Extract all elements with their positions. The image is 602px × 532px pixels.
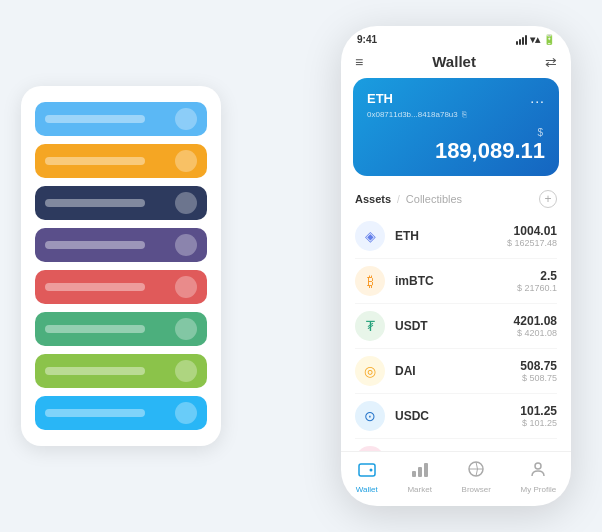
token-values-usdt: 4201.08$ 4201.08 xyxy=(514,314,557,338)
token-name-imbtc: imBTC xyxy=(395,274,507,288)
token-values-usdc: 101.25$ 101.25 xyxy=(520,404,557,428)
stack-card-label-4 xyxy=(45,283,145,291)
status-icons: ▾▴ 🔋 xyxy=(516,34,555,45)
header-title: Wallet xyxy=(432,53,476,70)
token-name-usdc: USDC xyxy=(395,409,510,423)
scene: 9:41 ▾▴ 🔋 ≡ Wallet ⇄ ETH ... xyxy=(21,16,581,516)
stack-card-6[interactable] xyxy=(35,354,207,388)
token-values-eth: 1004.01$ 162517.48 xyxy=(507,224,557,248)
nav-label-browser: Browser xyxy=(462,485,491,494)
token-item-tft[interactable]: 🐦TFT130 xyxy=(341,439,571,451)
copy-icon[interactable]: ⎘ xyxy=(462,110,467,119)
add-asset-button[interactable]: + xyxy=(539,190,557,208)
assets-header: Assets / Collectibles + xyxy=(341,186,571,214)
stack-card-icon-3 xyxy=(175,234,197,256)
usdt-icon: ₮ xyxy=(355,311,385,341)
stack-card-label-0 xyxy=(45,115,145,123)
signal-icon xyxy=(516,35,527,45)
token-values-dai: 508.75$ 508.75 xyxy=(520,359,557,383)
nav-item-wallet[interactable]: Wallet xyxy=(356,460,378,494)
token-amount: 2.5 xyxy=(517,269,557,283)
token-usd: $ 101.25 xyxy=(520,418,557,428)
stack-card-0[interactable] xyxy=(35,102,207,136)
usdc-icon: ⊙ xyxy=(355,401,385,431)
stack-card-icon-7 xyxy=(175,402,197,424)
stack-card-icon-2 xyxy=(175,192,197,214)
svg-point-6 xyxy=(535,463,541,469)
tab-divider: / xyxy=(397,194,400,205)
token-list: ◈ETH1004.01$ 162517.48₿imBTC2.5$ 21760.1… xyxy=(341,214,571,451)
eth-card[interactable]: ETH ... 0x08711d3b...8418a78u3 ⎘ $ 189,0… xyxy=(353,78,559,176)
stack-card-label-5 xyxy=(45,325,145,333)
svg-rect-4 xyxy=(424,463,428,477)
nav-item-browser[interactable]: Browser xyxy=(462,460,491,494)
token-name-eth: ETH xyxy=(395,229,497,243)
token-name-usdt: USDT xyxy=(395,319,504,333)
scan-icon[interactable]: ⇄ xyxy=(545,54,557,70)
stack-card-icon-4 xyxy=(175,276,197,298)
token-item-usdt[interactable]: ₮USDT4201.08$ 4201.08 xyxy=(341,304,571,348)
collectibles-tab[interactable]: Collectibles xyxy=(406,193,462,205)
nav-item-my-profile[interactable]: My Profile xyxy=(521,460,557,494)
stack-card-7[interactable] xyxy=(35,396,207,430)
token-usd: $ 4201.08 xyxy=(514,328,557,338)
dai-icon: ◎ xyxy=(355,356,385,386)
nav-label-wallet: Wallet xyxy=(356,485,378,494)
status-time: 9:41 xyxy=(357,34,377,45)
svg-rect-3 xyxy=(418,467,422,477)
stack-card-5[interactable] xyxy=(35,312,207,346)
token-amount: 508.75 xyxy=(520,359,557,373)
eth-card-top: ETH ... xyxy=(367,90,545,106)
token-info-usdc: USDC xyxy=(395,409,510,423)
stack-card-1[interactable] xyxy=(35,144,207,178)
token-item-usdc[interactable]: ⊙USDC101.25$ 101.25 xyxy=(341,394,571,438)
token-name-dai: DAI xyxy=(395,364,510,378)
eth-card-symbol: ETH xyxy=(367,91,393,106)
token-amount: 101.25 xyxy=(520,404,557,418)
token-info-imbtc: imBTC xyxy=(395,274,507,288)
battery-icon: 🔋 xyxy=(543,34,555,45)
token-amount: 4201.08 xyxy=(514,314,557,328)
eth-card-address: 0x08711d3b...8418a78u3 ⎘ xyxy=(367,110,545,119)
token-item-eth[interactable]: ◈ETH1004.01$ 162517.48 xyxy=(341,214,571,258)
token-usd: $ 162517.48 xyxy=(507,238,557,248)
bottom-nav: WalletMarketBrowserMy Profile xyxy=(341,451,571,506)
wifi-icon: ▾▴ xyxy=(530,34,540,45)
stack-card-icon-0 xyxy=(175,108,197,130)
menu-icon[interactable]: ≡ xyxy=(355,54,363,70)
stack-card-4[interactable] xyxy=(35,270,207,304)
stack-card-label-7 xyxy=(45,409,145,417)
stack-card-label-3 xyxy=(45,241,145,249)
nav-label-my-profile: My Profile xyxy=(521,485,557,494)
stack-card-label-6 xyxy=(45,367,145,375)
stack-card-icon-6 xyxy=(175,360,197,382)
token-values-imbtc: 2.5$ 21760.1 xyxy=(517,269,557,293)
assets-tab[interactable]: Assets xyxy=(355,193,391,205)
token-amount: 1004.01 xyxy=(507,224,557,238)
stack-card-label-1 xyxy=(45,157,145,165)
token-item-imbtc[interactable]: ₿imBTC2.5$ 21760.1 xyxy=(341,259,571,303)
eth-card-currency: $ xyxy=(367,127,543,138)
token-info-dai: DAI xyxy=(395,364,510,378)
stack-card-label-2 xyxy=(45,199,145,207)
token-usd: $ 21760.1 xyxy=(517,283,557,293)
browser-nav-icon xyxy=(467,460,485,483)
token-item-dai[interactable]: ◎DAI508.75$ 508.75 xyxy=(341,349,571,393)
profile-nav-icon xyxy=(529,460,547,483)
token-info-eth: ETH xyxy=(395,229,497,243)
token-info-usdt: USDT xyxy=(395,319,504,333)
stack-card-3[interactable] xyxy=(35,228,207,262)
card-stack xyxy=(21,86,221,446)
status-bar: 9:41 ▾▴ 🔋 xyxy=(341,26,571,49)
eth-card-balance: 189,089.11 xyxy=(367,138,545,164)
eth-icon: ◈ xyxy=(355,221,385,251)
svg-rect-0 xyxy=(359,464,375,476)
svg-point-1 xyxy=(369,469,372,472)
nav-item-market[interactable]: Market xyxy=(407,460,431,494)
phone-mockup: 9:41 ▾▴ 🔋 ≡ Wallet ⇄ ETH ... xyxy=(341,26,571,506)
phone-header: ≡ Wallet ⇄ xyxy=(341,49,571,78)
market-nav-icon xyxy=(411,460,429,483)
svg-rect-2 xyxy=(412,471,416,477)
eth-card-more[interactable]: ... xyxy=(530,90,545,106)
stack-card-2[interactable] xyxy=(35,186,207,220)
